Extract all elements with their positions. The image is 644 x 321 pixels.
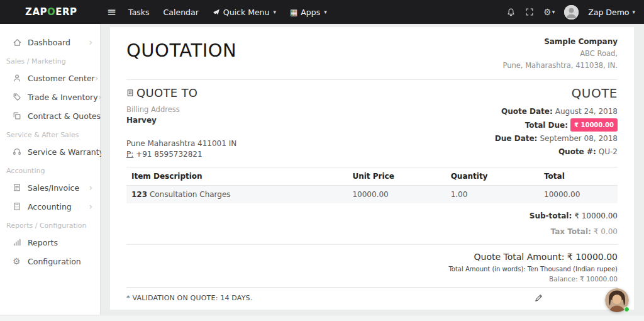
nav-apps[interactable]: ▦ Apps ▾ xyxy=(283,0,334,24)
sidebar-item-label: Customer Center xyxy=(28,74,95,83)
chevron-right-icon: › xyxy=(95,74,99,82)
caret-down-icon: ▾ xyxy=(324,9,327,15)
horizontal-scrollbar[interactable] xyxy=(0,315,644,321)
grand-total-label: Quote Total Amount: xyxy=(474,252,564,262)
page-title: QUOTATION xyxy=(126,40,236,61)
sidebar-item-label: Dashboard xyxy=(28,38,70,47)
sidebar-item-label: Sales/Invoice xyxy=(28,183,79,193)
quote-meta-block: Quote Date:August 24, 2018 Total Due:₹ 1… xyxy=(495,105,618,159)
quote-to-row: QUOTE TO QUOTE xyxy=(126,86,618,101)
items-table: Item Description Unit Price Quantity Tot… xyxy=(126,167,618,203)
balance-label: Balance: xyxy=(549,275,577,283)
quote-date-label: Quote Date: xyxy=(501,107,553,116)
sidebar-item-sales-invoice[interactable]: Sales/Invoice › xyxy=(0,178,100,197)
sidebar-item-contract-quotes[interactable]: Contract & Quotes › xyxy=(0,106,100,125)
bar-chart-icon xyxy=(13,238,28,247)
billing-phone: P: +91 8595732821 xyxy=(126,150,236,159)
validation-note: * VALIDATION ON QUOTE: 14 DAYS. xyxy=(126,294,252,302)
divider xyxy=(126,79,618,80)
logo-o: O xyxy=(47,6,55,18)
quick-menu-label: Quick Menu xyxy=(223,8,270,17)
col-item-description: Item Description xyxy=(126,167,347,185)
company-address-line2: Pune, Maharashtra, 411038, IN. xyxy=(502,60,618,71)
edit-pencil-icon[interactable] xyxy=(534,293,543,303)
settings-gear-icon[interactable]: ⚙ ▾ xyxy=(543,8,555,16)
nav-tasks[interactable]: Tasks xyxy=(121,0,157,24)
user-icon xyxy=(13,74,28,82)
cell-total: 10000.00 xyxy=(539,185,618,203)
sidebar-item-dashboard[interactable]: Dashboard › xyxy=(0,33,100,52)
main-content: QUOTATION Sample Company ABC Road, Pune,… xyxy=(101,24,644,315)
documents-icon xyxy=(13,111,28,120)
company-block: Sample Company ABC Road, Pune, Maharasht… xyxy=(502,36,618,71)
sidebar-item-configuration[interactable]: ⚙ Configuration xyxy=(0,252,100,271)
invoice-list-icon xyxy=(13,183,28,192)
sidebar: Dashboard › Sales / Marketing Customer C… xyxy=(0,24,101,315)
chevron-right-icon: › xyxy=(89,202,92,211)
hamburger-menu-icon[interactable]: ≡ xyxy=(107,6,116,18)
billing-address-label: Billing Address xyxy=(126,105,236,114)
grand-total-value: ₹ 10000.00 xyxy=(567,252,618,262)
nav-quick-menu[interactable]: Quick Menu ▾ xyxy=(206,0,283,24)
sidebar-item-accounting[interactable]: Accounting › xyxy=(0,197,100,216)
table-row[interactable]: 123 Consultation Charges 10000.00 1.00 1… xyxy=(126,185,618,203)
notifications-bell-icon[interactable] xyxy=(506,8,516,17)
quote-date-row: Quote Date:August 24, 2018 xyxy=(495,105,618,118)
chat-widget[interactable] xyxy=(605,288,629,312)
grand-total-block: Quote Total Amount: ₹ 10000.00 Total Amo… xyxy=(126,244,618,283)
quote-number-value: QU-2 xyxy=(599,147,618,156)
quote-heading: QUOTE xyxy=(572,86,618,101)
logo-erp: ERP xyxy=(55,6,77,18)
sidebar-item-label: Trade & Inventory xyxy=(28,93,98,102)
calculator-icon xyxy=(13,202,28,211)
card-header: QUOTATION Sample Company ABC Road, Pune,… xyxy=(126,36,618,71)
due-date-label: Due Date: xyxy=(495,134,538,143)
cell-unit-price: 10000.00 xyxy=(347,185,445,203)
quote-to-heading-group: QUOTE TO xyxy=(126,86,197,99)
phone-number: +91 8595732821 xyxy=(136,150,203,159)
sidebar-item-customer-center[interactable]: Customer Center › xyxy=(0,69,100,87)
phone-label: P: xyxy=(126,150,133,159)
quote-to-heading: QUOTE TO xyxy=(136,86,197,99)
sidebar-item-label: Accounting xyxy=(28,202,72,211)
fullscreen-icon[interactable] xyxy=(525,8,534,16)
chevron-right-icon: › xyxy=(89,183,92,192)
billing-block: Billing Address Harvey Pune Maharashtra … xyxy=(126,105,236,159)
caret-down-icon: ▾ xyxy=(632,9,635,15)
sidebar-item-service-warranty[interactable]: Service & Warranty › xyxy=(0,142,100,161)
nav-calendar[interactable]: Calendar xyxy=(157,0,206,24)
col-quantity: Quantity xyxy=(446,167,539,185)
cell-description: 123 Consultation Charges xyxy=(126,185,347,203)
apps-grid-icon: ▦ xyxy=(290,8,297,16)
sidebar-section-reports-configuration: Reports / Configuration xyxy=(0,222,100,230)
top-navbar: ZAPOERP ≡ Tasks Calendar Quick Menu ▾ ▦ … xyxy=(0,0,644,24)
headset-icon xyxy=(13,147,28,156)
gear-icon: ⚙ xyxy=(543,8,552,16)
amount-in-words: Total Amount (in words): Ten Thousand (I… xyxy=(126,266,618,273)
card-footer: * VALIDATION ON QUOTE: 14 DAYS. xyxy=(126,287,618,305)
sidebar-item-label: Reports xyxy=(28,238,58,247)
nav-menu: Tasks Calendar Quick Menu ▾ ▦ Apps ▾ xyxy=(121,0,334,24)
sidebar-item-trade-inventory[interactable]: Trade & Inventory › xyxy=(0,87,100,106)
caret-down-icon: ▾ xyxy=(273,9,276,15)
balance-row: Balance: ₹ 10000.00 xyxy=(126,275,618,283)
grand-total-row: Quote Total Amount: ₹ 10000.00 xyxy=(126,252,618,262)
col-unit-price: Unit Price xyxy=(347,167,445,185)
home-icon xyxy=(13,38,28,47)
quote-number-label: Quote #: xyxy=(558,147,596,156)
item-description: Consultation Charges xyxy=(150,190,231,199)
cell-quantity: 1.00 xyxy=(446,185,539,203)
caret-down-icon: ▾ xyxy=(552,9,555,15)
quote-number-row: Quote #:QU-2 xyxy=(495,145,618,159)
sidebar-item-reports[interactable]: Reports xyxy=(0,233,100,252)
sidebar-item-label: Configuration xyxy=(28,257,81,266)
user-menu[interactable]: Zap Demo ▾ xyxy=(588,8,635,17)
logo-zap: ZAP xyxy=(25,6,47,18)
due-date-row: Due Date:September 08, 2018 xyxy=(495,132,618,145)
sidebar-item-label: Contract & Quotes xyxy=(28,111,101,121)
apps-label: Apps xyxy=(301,8,320,17)
user-avatar[interactable] xyxy=(564,5,579,20)
logo[interactable]: ZAPOERP xyxy=(25,6,104,18)
total-due-row: Total Due:₹ 10000.00 xyxy=(495,118,618,132)
quotation-card: QUOTATION Sample Company ABC Road, Pune,… xyxy=(110,27,634,310)
